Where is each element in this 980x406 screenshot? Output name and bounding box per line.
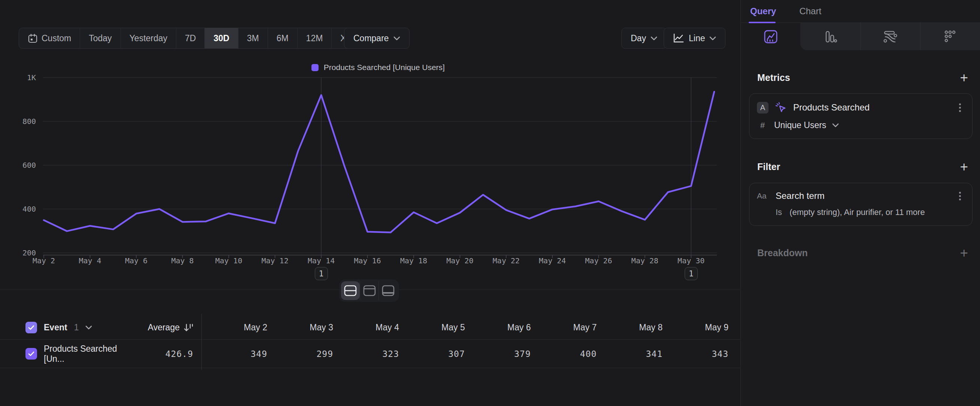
cell-value: 343 <box>712 349 729 359</box>
date-cell: 341 <box>597 349 663 359</box>
measure-selector[interactable]: Unique Users <box>774 120 826 131</box>
string-property-icon: Aa <box>757 191 770 201</box>
metric-card[interactable]: A Products Searched # Unique Users <box>749 93 972 139</box>
table-row[interactable]: Products Searched [Un... 426.9 349299323… <box>0 340 740 368</box>
chart-type-label: Line <box>689 33 705 43</box>
select-all-checkbox[interactable] <box>25 322 37 333</box>
average-column-header[interactable]: Average <box>148 322 180 333</box>
tab-retention[interactable] <box>920 23 980 50</box>
range-3m-button[interactable]: 3M <box>239 28 268 48</box>
tab-chart[interactable]: Chart <box>799 6 821 16</box>
layout-chart-only-button[interactable] <box>360 281 379 300</box>
range-label: 3M <box>247 33 259 43</box>
chevron-down-icon <box>832 123 839 127</box>
filter-menu-button[interactable] <box>957 191 963 201</box>
date-column-header[interactable]: May 9 <box>663 322 729 333</box>
range-6m-button[interactable]: 6M <box>268 28 298 48</box>
line-chart-icon <box>673 33 684 43</box>
range-label: 6M <box>277 33 289 43</box>
line-chart[interactable] <box>39 75 717 262</box>
metric-name[interactable]: Products Searched <box>793 102 951 113</box>
range-custom-button[interactable]: Custom <box>19 28 80 48</box>
y-axis-label: 1K <box>13 73 36 82</box>
row-checkbox[interactable] <box>25 348 37 360</box>
date-cell: 349 <box>201 349 267 359</box>
top-panel-view-icon <box>363 285 376 296</box>
layout-split-button[interactable] <box>341 281 360 300</box>
range-30d-button[interactable]: 30D <box>205 28 238 48</box>
granularity-label: Day <box>631 33 646 43</box>
results-table: Event 1 Average May 2May 3May 4May 5May … <box>0 316 740 368</box>
sort-descending-icon[interactable] <box>183 323 193 333</box>
date-column-header[interactable]: May 5 <box>399 322 465 333</box>
date-cell: 343 <box>663 349 729 359</box>
y-axis-label: 400 <box>13 204 36 213</box>
date-cell: 400 <box>531 349 597 359</box>
funnels-icon <box>823 29 838 44</box>
add-filter-button[interactable]: + <box>960 160 968 174</box>
filter-operator[interactable]: Is <box>776 207 782 217</box>
layout-toggle-group <box>339 279 399 302</box>
filter-card[interactable]: Aa Search term Is (empty string), Air pu… <box>749 183 972 226</box>
report-type-tabs <box>741 23 980 50</box>
date-column-header[interactable]: May 7 <box>531 322 597 333</box>
calendar-icon <box>28 33 38 43</box>
event-count: 1 <box>74 322 79 333</box>
x-axis-label: May 18 <box>389 256 438 265</box>
granularity-dropdown[interactable]: Day <box>621 28 667 49</box>
cell-value: 299 <box>316 349 333 359</box>
compare-label: Compare <box>353 33 389 43</box>
date-column-header[interactable]: May 6 <box>465 322 531 333</box>
date-range-control: CustomTodayYesterday7D30D3M6M12MXTD <box>19 28 377 49</box>
date-column-header[interactable]: May 4 <box>333 322 399 333</box>
column-separator <box>201 314 202 342</box>
x-axis-label: May 14 <box>297 256 345 265</box>
date-cell: 323 <box>333 349 399 359</box>
annotation-badge[interactable]: 1 <box>315 267 328 280</box>
flows-icon <box>882 29 898 44</box>
range-today-button[interactable]: Today <box>80 28 121 48</box>
x-axis-label: May 28 <box>620 256 669 265</box>
add-metric-button[interactable]: + <box>960 71 968 84</box>
chevron-down-icon[interactable] <box>85 325 92 330</box>
row-event-label: Products Searched [Un... <box>44 344 129 364</box>
x-axis-label: May 20 <box>436 256 484 265</box>
annotation-badge[interactable]: 1 <box>685 267 698 280</box>
date-column-header[interactable]: May 3 <box>267 322 333 333</box>
range-12m-button[interactable]: 12M <box>298 28 332 48</box>
chart-type-dropdown[interactable]: Line <box>664 28 725 49</box>
y-axis-label: 800 <box>13 117 36 126</box>
compare-button[interactable]: Compare <box>344 28 409 49</box>
tab-insights[interactable] <box>741 23 800 50</box>
check-icon <box>28 325 35 330</box>
cell-value: 379 <box>514 349 531 359</box>
filter-property-name[interactable]: Search term <box>776 191 951 201</box>
chart-legend[interactable]: Products Searched [Unique Users] <box>39 63 717 72</box>
filter-value[interactable]: (empty string), Air purifier, or 11 more <box>789 207 925 217</box>
layout-table-only-button[interactable] <box>379 281 397 300</box>
date-column-header[interactable]: May 2 <box>201 322 267 333</box>
event-column-header[interactable]: Event <box>44 322 67 333</box>
x-axis-label: May 26 <box>574 256 623 265</box>
legend-swatch <box>312 64 318 71</box>
range-label: 7D <box>185 33 196 43</box>
date-column-header[interactable]: May 8 <box>597 322 663 333</box>
range-7d-button[interactable]: 7D <box>176 28 205 48</box>
tab-query[interactable]: Query <box>750 6 776 16</box>
range-label: 30D <box>213 33 229 43</box>
query-sidebar: Query Chart <box>740 0 980 406</box>
metrics-section: Metrics + A Products Searched # <box>741 71 980 139</box>
toolbar: CustomTodayYesterday7D30D3M6M12MXTD Comp… <box>0 0 740 60</box>
add-breakdown-button[interactable]: + <box>960 246 968 260</box>
retention-icon <box>943 29 958 44</box>
tab-flows[interactable] <box>860 23 920 50</box>
series-line[interactable] <box>44 92 714 232</box>
cell-value: 341 <box>646 349 663 359</box>
range-yesterday-button[interactable]: Yesterday <box>121 28 176 48</box>
metric-menu-button[interactable] <box>957 103 963 113</box>
cell-value: 307 <box>448 349 465 359</box>
filter-heading: Filter <box>757 161 780 172</box>
filter-section: Filter + Aa Search term Is (empty string… <box>741 160 980 226</box>
cell-value: 349 <box>250 349 267 359</box>
tab-funnels[interactable] <box>800 23 860 50</box>
